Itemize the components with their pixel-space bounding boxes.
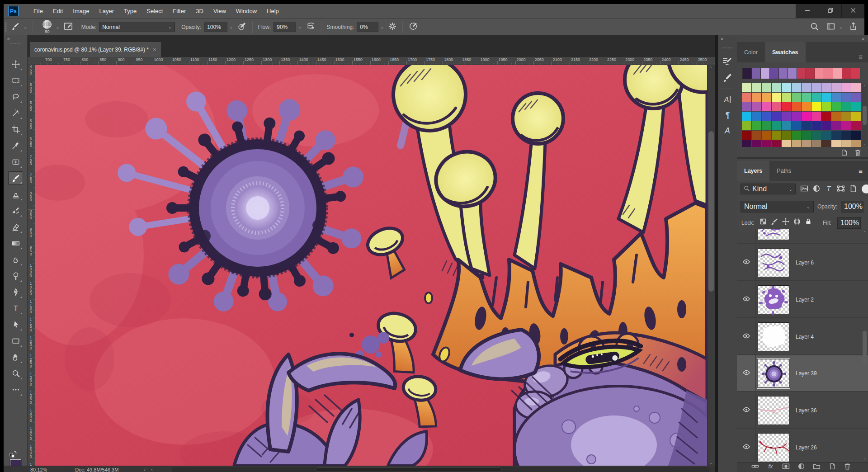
filter-type-icon[interactable]: T — [825, 184, 833, 194]
horizontal-scrollbar[interactable] — [172, 467, 710, 472]
swatch[interactable] — [742, 93, 751, 102]
swatch[interactable] — [782, 93, 791, 102]
swatch[interactable] — [742, 102, 751, 111]
character-panel-button[interactable]: A — [722, 95, 733, 106]
menu-3d[interactable]: 3D — [191, 4, 208, 18]
smoothing-chevron[interactable]: ⌄ — [380, 24, 384, 29]
filter-toggle[interactable] — [862, 184, 868, 194]
menu-filter[interactable]: Filter — [168, 4, 191, 18]
swatch[interactable] — [772, 131, 781, 140]
default-swap-colors[interactable] — [9, 449, 17, 459]
brush-preset-picker[interactable]: 50 — [40, 20, 54, 34]
swatch[interactable] — [811, 112, 821, 121]
menu-window[interactable]: Window — [231, 4, 262, 18]
swatch[interactable] — [851, 112, 861, 121]
swatch[interactable] — [841, 102, 851, 111]
swatch[interactable] — [762, 131, 771, 140]
swatch-scroll-thumb[interactable] — [863, 106, 867, 125]
swatch[interactable] — [761, 68, 769, 79]
visibility-toggle[interactable] — [737, 282, 756, 317]
clone-stamp-tool[interactable] — [8, 188, 23, 201]
fill-dropdown[interactable]: 100% — [837, 217, 861, 229]
swatch[interactable] — [831, 102, 841, 111]
menu-layer[interactable]: Layer — [94, 4, 119, 18]
smudge-tool[interactable] — [8, 253, 23, 266]
swatch[interactable] — [772, 102, 781, 111]
zoom-level[interactable]: 80.12% — [30, 466, 47, 472]
swatch[interactable] — [797, 68, 806, 79]
visibility-toggle[interactable] — [737, 355, 756, 391]
swatch[interactable] — [792, 83, 801, 92]
layer-name[interactable]: Layer 4 — [796, 334, 814, 340]
layer-thumbnail[interactable] — [758, 248, 789, 277]
swatch[interactable] — [821, 83, 831, 92]
lock-artboard-button[interactable] — [793, 218, 801, 227]
visibility-toggle[interactable] — [737, 430, 756, 462]
swatch[interactable] — [821, 93, 831, 102]
swatch[interactable] — [802, 121, 811, 130]
pressure-opacity-button[interactable] — [237, 22, 246, 32]
marquee-tool[interactable] — [8, 74, 23, 87]
swatch[interactable] — [851, 121, 861, 130]
scroll-down-icon[interactable]: ⌄ — [709, 460, 713, 465]
scroll-down-icon[interactable]: ⌄ — [863, 456, 866, 460]
swatch[interactable] — [742, 131, 751, 140]
swatch[interactable] — [782, 121, 791, 130]
edit-toolbar[interactable] — [8, 383, 23, 396]
layer-thumbnail[interactable] — [758, 433, 789, 462]
close-button[interactable] — [841, 4, 864, 18]
swatch[interactable] — [851, 131, 861, 140]
blend-mode-dropdown[interactable]: Normal ⌄ — [741, 201, 814, 212]
tab-layers[interactable]: Layers — [737, 161, 769, 181]
lock-all-button[interactable] — [805, 218, 812, 227]
layer-thumbnail[interactable] — [758, 322, 789, 351]
shape-tool[interactable] — [8, 334, 23, 348]
visibility-toggle[interactable] — [737, 229, 756, 243]
swatch[interactable] — [752, 83, 761, 92]
swatch[interactable] — [811, 93, 821, 102]
swatch[interactable] — [831, 131, 841, 140]
type-tool[interactable]: T — [8, 302, 23, 315]
crop-tool[interactable] — [8, 123, 23, 136]
delete-layer-button[interactable] — [844, 463, 851, 472]
swatch[interactable] — [792, 121, 801, 130]
paragraph-panel-button[interactable]: ¶ — [722, 110, 733, 121]
swatch[interactable] — [752, 121, 761, 130]
swatch[interactable] — [851, 83, 861, 92]
visibility-toggle[interactable] — [737, 319, 756, 354]
new-group-button[interactable] — [813, 463, 821, 472]
layers-scrollbar[interactable]: ⌃ ⌄ — [862, 230, 868, 461]
vertical-scroll-thumb[interactable] — [708, 131, 714, 292]
swatch[interactable] — [772, 121, 781, 130]
collapse-dock-chevron[interactable]: « — [721, 36, 723, 41]
swatch[interactable] — [821, 140, 831, 147]
filter-image-icon[interactable] — [800, 184, 808, 194]
swatch[interactable] — [772, 140, 781, 147]
filter-smart-object-icon[interactable] — [849, 184, 857, 194]
eraser-tool[interactable] — [8, 220, 23, 234]
toggle-brush-panel-button[interactable] — [64, 22, 73, 32]
document-tab[interactable]: coronavirus.psd @ 80.1% (Layer 39, RGB/8… — [30, 42, 161, 57]
lock-position-button[interactable] — [782, 218, 789, 227]
share-button[interactable] — [849, 22, 858, 32]
search-button[interactable] — [810, 22, 819, 32]
swatch[interactable] — [841, 83, 851, 92]
layer-style-button[interactable]: fx — [767, 463, 774, 472]
swatch[interactable] — [792, 102, 801, 111]
swatch[interactable] — [772, 93, 781, 102]
swatch[interactable] — [802, 112, 811, 121]
scroll-up-icon[interactable]: ⌃ — [863, 85, 866, 89]
swatch[interactable] — [782, 102, 791, 111]
flow-chevron[interactable]: ⌄ — [298, 24, 302, 29]
layer-row-layer-5[interactable]: Layer 5 — [737, 229, 868, 244]
hand-tool[interactable] — [8, 350, 23, 364]
swatch[interactable] — [762, 102, 771, 111]
layer-opacity-dropdown[interactable]: 100% — [841, 201, 863, 212]
swatch[interactable] — [824, 68, 833, 79]
swatch[interactable] — [841, 93, 851, 102]
swatch[interactable] — [779, 68, 788, 79]
collapse-panels-chevron[interactable]: » — [862, 36, 864, 41]
layer-row-layer-2[interactable]: Layer 2 — [737, 282, 868, 318]
pressure-size-button[interactable] — [409, 22, 418, 32]
eyedropper-tool[interactable] — [8, 139, 23, 152]
